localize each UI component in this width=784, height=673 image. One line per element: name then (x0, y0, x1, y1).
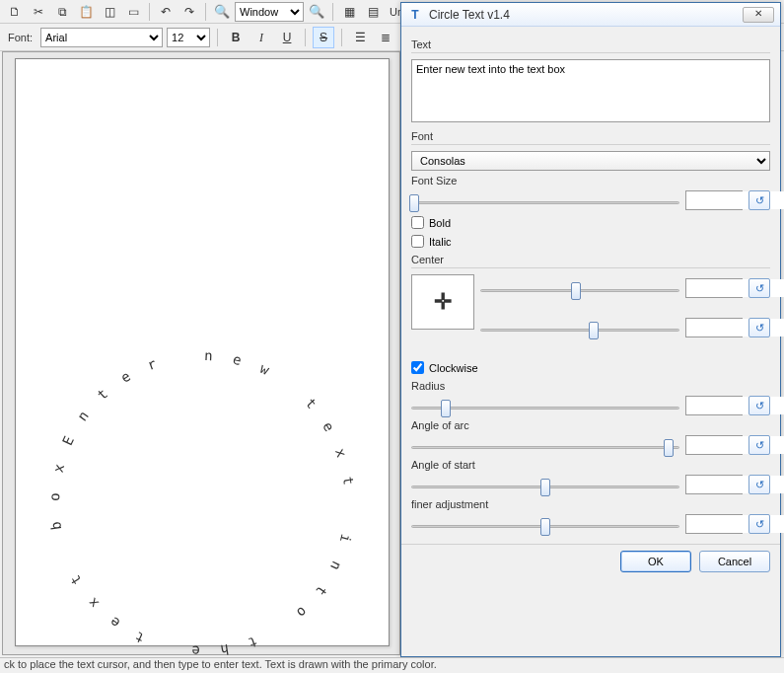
separator (305, 29, 306, 46)
circle-char: x (85, 595, 102, 612)
italic-button[interactable]: I (250, 27, 272, 48)
start-spinner[interactable]: ▲▼ (685, 475, 743, 494)
circle-char: t (247, 634, 259, 651)
dialog-title-bar[interactable]: T Circle Text v1.4 ✕ (401, 3, 780, 27)
center-y-reset-button[interactable]: ↺ (748, 318, 770, 337)
separator (411, 144, 770, 145)
radius-spinner[interactable]: ▲▼ (685, 396, 743, 415)
grid-icon[interactable]: ▦ (338, 1, 360, 23)
center-y-spinner[interactable]: ▲▼ (685, 318, 743, 337)
separator (332, 3, 333, 21)
arc-spinner[interactable]: ▲▼ (685, 435, 743, 455)
circle-char: t (313, 583, 330, 599)
circle-char: e (107, 614, 122, 632)
underline-button[interactable]: U (276, 27, 298, 48)
circle-char: t (94, 386, 110, 403)
center-x-slider[interactable] (480, 279, 679, 297)
crop-icon[interactable]: ◫ (99, 1, 120, 23)
zoom-in-icon[interactable]: 🔍 (306, 1, 327, 23)
circle-char: t (132, 629, 146, 646)
circle-char: e (117, 368, 133, 386)
font-label: Font: (4, 32, 36, 43)
start-reset-button[interactable]: ↺ (748, 475, 770, 494)
separator (149, 3, 150, 21)
circle-char: e (320, 418, 337, 434)
center-preview[interactable]: ✛ (411, 274, 474, 330)
clockwise-checkbox[interactable]: Clockwise (411, 361, 770, 374)
zoom-mode-select[interactable]: Window (235, 2, 304, 22)
radius-reset-button[interactable]: ↺ (748, 396, 770, 415)
italic-checkbox[interactable]: Italic (411, 235, 770, 248)
circle-char: b (47, 520, 64, 531)
align-center-icon[interactable]: ≣ (375, 27, 396, 48)
separator (411, 52, 770, 53)
arc-slider[interactable] (411, 436, 679, 454)
circle-char: x (332, 446, 350, 459)
circle-char: w (257, 360, 271, 378)
text-field-label: Text (411, 38, 770, 50)
start-label: Angle of start (411, 459, 770, 471)
circle-char: x (50, 462, 68, 474)
fontsize-label: Font Size (411, 175, 770, 187)
font-field-label: Font (411, 130, 770, 142)
deselect-icon[interactable]: ▭ (122, 1, 144, 23)
strike-button[interactable]: S (313, 27, 334, 48)
radius-label: Radius (411, 380, 770, 392)
circle-char: h (219, 641, 230, 658)
circle-char: i (337, 533, 355, 545)
cut-icon[interactable]: ✂ (28, 1, 49, 23)
separator (205, 3, 206, 21)
separator (341, 29, 342, 46)
dialog-footer: OK Cancel (401, 544, 780, 577)
text-input[interactable] (411, 59, 770, 122)
arc-reset-button[interactable]: ↺ (748, 435, 770, 455)
undo-icon[interactable]: ↶ (155, 1, 177, 23)
bold-checkbox[interactable]: Bold (411, 216, 770, 229)
fine-reset-button[interactable]: ↺ (748, 514, 770, 534)
clockwise-checkbox-label: Clockwise (429, 362, 478, 374)
zoom-out-icon[interactable]: 🔍 (211, 1, 233, 23)
dialog-title-text: Circle Text v1.4 (429, 8, 510, 22)
ruler-icon[interactable]: ▤ (362, 1, 384, 23)
fine-slider[interactable] (411, 515, 679, 533)
fontsize-slider[interactable] (411, 191, 679, 209)
radius-slider[interactable] (411, 397, 679, 414)
bold-checkbox-label: Bold (429, 217, 451, 229)
canvas-area: Enter new text into the text box (2, 51, 400, 655)
status-bar: ck to place the text cursor, and then ty… (0, 657, 784, 673)
fine-label: finer adjustment (411, 498, 770, 510)
circle-char: E (59, 433, 77, 447)
fontsize-spinner[interactable]: ▲▼ (685, 190, 743, 210)
circle-char: n (327, 559, 345, 572)
circle-char: o (46, 492, 62, 501)
circle-char: r (145, 355, 158, 373)
app-icon: T (407, 7, 423, 23)
redo-icon[interactable]: ↷ (178, 1, 200, 23)
dialog-font-select[interactable]: Consolas (411, 151, 770, 171)
arc-label: Angle of arc (411, 419, 770, 431)
dialog-close-button[interactable]: ✕ (743, 7, 774, 23)
circle-char: t (67, 572, 85, 588)
italic-checkbox-label: Italic (429, 236, 452, 248)
font-size-select[interactable]: 12 (167, 28, 210, 47)
fontsize-reset-button[interactable]: ↺ (748, 190, 770, 210)
center-y-slider[interactable] (480, 319, 679, 336)
align-left-icon[interactable]: ☰ (349, 27, 371, 48)
cancel-button[interactable]: Cancel (699, 551, 770, 572)
fine-spinner[interactable]: ▲▼ (685, 514, 743, 534)
status-text: ck to place the text cursor, and then ty… (4, 658, 437, 670)
center-x-reset-button[interactable]: ↺ (748, 278, 770, 298)
circle-char: n (74, 408, 92, 423)
new-icon[interactable]: 🗋 (4, 1, 26, 23)
circle-char: t (303, 395, 320, 411)
separator (217, 29, 218, 46)
bold-button[interactable]: B (225, 27, 247, 48)
font-family-select[interactable]: Arial (40, 28, 163, 47)
center-label: Center (411, 254, 770, 265)
document[interactable]: Enter new text into the text box (15, 58, 390, 646)
center-x-spinner[interactable]: ▲▼ (685, 278, 743, 298)
ok-button[interactable]: OK (620, 551, 691, 572)
start-slider[interactable] (411, 476, 679, 493)
paste-icon[interactable]: 📋 (75, 1, 97, 23)
copy-icon[interactable]: ⧉ (51, 1, 73, 23)
